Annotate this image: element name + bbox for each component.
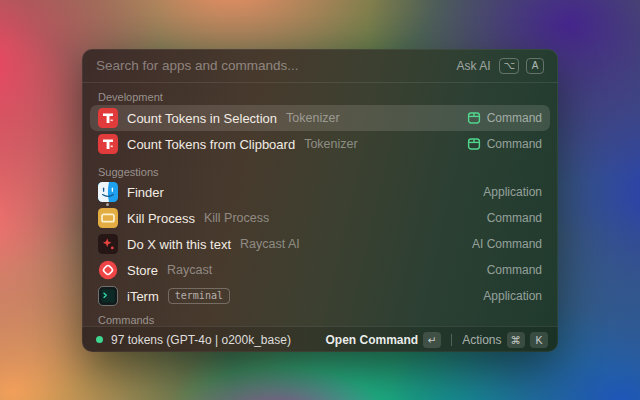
- list-item-kill-process[interactable]: Kill Process Kill Process Command: [90, 205, 550, 231]
- section-header-commands: Commands: [90, 309, 550, 325]
- search-input[interactable]: [96, 58, 449, 73]
- raycast-store-icon: [98, 260, 118, 280]
- list-item-do-x-with-this-text[interactable]: Do X with this text Raycast AI AI Comman…: [90, 231, 550, 257]
- list-item-count-tokens-from-clipboard[interactable]: Count Tokens from Clipboard Tokenizer Co…: [90, 131, 550, 157]
- item-title: Count Tokens from Clipboard: [127, 137, 295, 152]
- command-icon: [467, 137, 481, 151]
- action-bar: 97 tokens (GPT-4o | o200k_base) Open Com…: [82, 326, 558, 352]
- iterm-icon: [98, 286, 118, 306]
- kill-process-icon: [98, 208, 118, 228]
- raycast-window: Ask AI ⌥ A Development Count Tokens in S…: [82, 49, 558, 352]
- a-key-hint: A: [526, 58, 544, 74]
- finder-icon: [98, 182, 118, 202]
- item-title: Count Tokens in Selection: [127, 111, 277, 126]
- item-accessory-label: Command: [487, 111, 542, 125]
- item-title: iTerm: [127, 289, 159, 304]
- list-item-finder[interactable]: Finder Application: [90, 179, 550, 205]
- item-tag: terminal: [168, 288, 230, 304]
- open-command-label: Open Command: [325, 333, 418, 347]
- status-dot-icon: [96, 336, 103, 343]
- item-subtitle: Raycast AI: [240, 237, 300, 251]
- item-accessory-label: Application: [483, 185, 542, 199]
- item-accessory-label: Command: [487, 211, 542, 225]
- item-title: Kill Process: [127, 211, 195, 226]
- command-key-hint: ⌘: [507, 332, 526, 348]
- option-key-hint: ⌥: [499, 58, 519, 74]
- return-key-hint: ↵: [423, 332, 441, 348]
- section-header-development: Development: [90, 87, 550, 105]
- search-bar: Ask AI ⌥ A: [82, 49, 558, 83]
- item-subtitle: Kill Process: [204, 211, 269, 225]
- item-accessory-label: Application: [483, 289, 542, 303]
- item-subtitle: Raycast: [167, 263, 212, 277]
- footer-divider: [451, 334, 452, 346]
- k-key-hint: K: [530, 332, 548, 348]
- item-accessory-label: Command: [487, 137, 542, 151]
- open-command-button[interactable]: Open Command ↵: [325, 332, 441, 348]
- actions-button[interactable]: Actions ⌘ K: [462, 332, 548, 348]
- results-list: Development Count Tokens in Selection To…: [82, 83, 558, 325]
- tokenizer-icon: [98, 108, 118, 128]
- item-title: Finder: [127, 185, 164, 200]
- item-subtitle: Tokenizer: [286, 111, 340, 125]
- item-title: Store: [127, 263, 158, 278]
- section-header-suggestions: Suggestions: [90, 157, 550, 179]
- list-item-store[interactable]: Store Raycast Command: [90, 257, 550, 283]
- item-title: Do X with this text: [127, 237, 231, 252]
- raycast-ai-icon: [98, 234, 118, 254]
- ask-ai-button[interactable]: Ask AI: [456, 59, 490, 73]
- list-item-count-tokens-in-selection[interactable]: Count Tokens in Selection Tokenizer Comm…: [90, 105, 550, 131]
- list-item-iterm[interactable]: iTerm terminal Application: [90, 283, 550, 309]
- item-accessory-label: AI Command: [472, 237, 542, 251]
- command-icon: [467, 111, 481, 125]
- item-subtitle: Tokenizer: [304, 137, 358, 151]
- token-count-status: 97 tokens (GPT-4o | o200k_base): [111, 333, 291, 347]
- tokenizer-icon: [98, 134, 118, 154]
- desktop-background: Ask AI ⌥ A Development Count Tokens in S…: [0, 0, 640, 400]
- actions-label: Actions: [462, 333, 501, 347]
- item-accessory-label: Command: [487, 263, 542, 277]
- running-indicator: [106, 203, 109, 206]
